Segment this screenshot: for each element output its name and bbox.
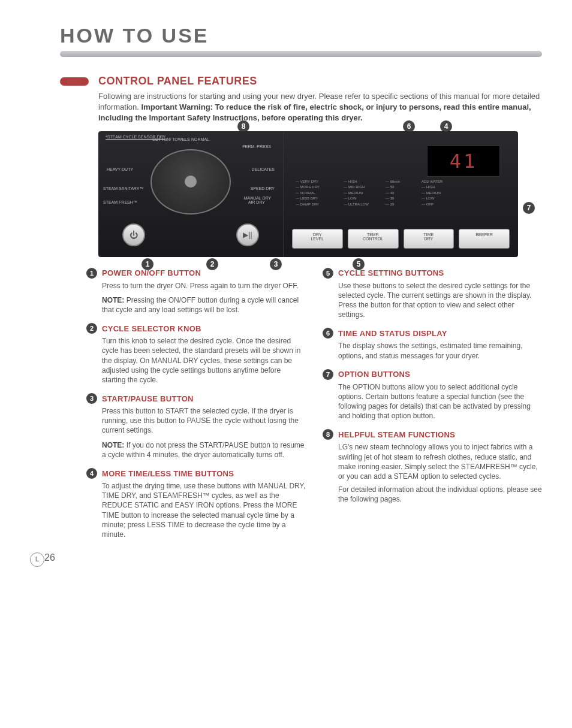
fnum-7: 7 — [323, 369, 333, 380]
dial-label-heavy: HEAVY DUTY — [107, 167, 133, 171]
callout-7: 7 — [523, 202, 535, 214]
fnum-1: 1 — [86, 268, 97, 279]
intro-warning: Important Warning: To reduce the risk of… — [98, 102, 531, 122]
callout-5: 5 — [353, 258, 365, 270]
feature-5: 5CYCLE SETTING BUTTONS Use these buttons… — [323, 268, 542, 320]
left-column: 1POWER ON/OFF BUTTON Press to turn the d… — [86, 268, 306, 548]
dial-label-sanitary: STEAM SANITARY™ — [103, 186, 143, 191]
opts-temp: — HIGH — MID HIGH — MEDIUM — LOW — ULTRA… — [344, 179, 369, 208]
callout-3: 3 — [270, 258, 282, 270]
feature-7: 7OPTION BUTTONS The OPTION buttons allow… — [323, 369, 542, 421]
dial-label-manual: MANUAL DRY — [243, 196, 271, 200]
feature-1: 1POWER ON/OFF BUTTON Press to turn the d… — [86, 268, 306, 315]
time-display: 41 — [427, 146, 500, 177]
ftext-4: To adjust the drying time, use these but… — [102, 481, 306, 539]
btn-beeper: BEEPER — [459, 229, 510, 249]
lg-logo-icon: L — [30, 552, 44, 567]
fnum-8: 8 — [323, 429, 333, 440]
callout-4: 4 — [440, 120, 452, 132]
fnum-2: 2 — [86, 323, 97, 334]
callout-2: 2 — [206, 258, 218, 270]
panel-image: *STEAM CYCLE SENSOR DRY COTTON/ TOWELS N… — [98, 131, 518, 257]
power-button-icon: ⏻ — [122, 223, 145, 246]
title-underline — [60, 51, 542, 57]
dial-label-cotton: COTTON/ TOWELS — [152, 137, 190, 141]
fnum-3: 3 — [86, 393, 97, 404]
ftext-5: Use these buttons to select the desired … — [338, 281, 542, 320]
callout-1: 1 — [142, 258, 153, 270]
fnote-3: NOTE: If you do not press the START/PAUS… — [102, 440, 306, 460]
section-header: CONTROL PANEL FEATURES — [30, 75, 542, 87]
ftitle-3: START/PAUSE BUTTON — [102, 394, 194, 403]
dial-label-normal: NORMAL — [191, 137, 209, 141]
btn-dry-level: DRY LEVEL — [292, 229, 343, 249]
feature-3: 3START/PAUSE BUTTON Press this button to… — [86, 393, 306, 460]
setting-buttons: DRY LEVEL TEMP. CONTROL TIME DRY BEEPER — [292, 229, 510, 249]
dial-label-speed: SPEED DRY — [251, 186, 275, 191]
start-pause-icon: ▶|| — [236, 223, 259, 246]
dial-label-delicates: DELICATES — [252, 167, 275, 171]
callout-8: 8 — [237, 120, 249, 132]
opts-time: — 60min — 50 — 40 — 30 — 20 — [386, 179, 400, 208]
cycle-dial — [150, 149, 231, 215]
page-number: 26 — [44, 552, 55, 563]
features-columns: 1POWER ON/OFF BUTTON Press to turn the d… — [86, 268, 542, 548]
feature-4: 4MORE TIME/LESS TIME BUTTONS To adjust t… — [86, 468, 306, 539]
ftext-1: Press to turn the dryer ON. Press again … — [102, 281, 306, 291]
ftitle-4: MORE TIME/LESS TIME BUTTONS — [102, 469, 234, 478]
feature-6: 6TIME AND STATUS DISPLAY The display sho… — [323, 328, 542, 360]
intro-paragraph: Following are instructions for starting … — [98, 91, 542, 124]
fnum-5: 5 — [323, 268, 333, 279]
dial-label-air: AIR DRY — [248, 200, 265, 204]
callout-6: 6 — [403, 120, 415, 132]
ftext-7: The OPTION buttons allow you to select a… — [338, 382, 542, 421]
section-pill — [60, 77, 89, 86]
opts-dry-level: — VERY DRY — MORE DRY — NORMAL — LESS DR… — [296, 179, 320, 208]
ftext-2: Turn this knob to select the desired cyc… — [102, 336, 306, 385]
fnote-1: NOTE: Pressing the ON/OFF button during … — [102, 295, 306, 315]
ftitle-7: OPTION BUTTONS — [338, 370, 410, 379]
fnum-4: 4 — [86, 468, 97, 479]
opts-beeper: ADD WATER — HIGH — MEDIUM — LOW — OFF — [422, 179, 442, 208]
feature-2: 2CYCLE SELECTOR KNOB Turn this knob to s… — [86, 323, 306, 385]
right-column: 5CYCLE SETTING BUTTONS Use these buttons… — [323, 268, 542, 548]
btn-time-dry: TIME DRY — [404, 229, 454, 249]
btn-temp: TEMP. CONTROL — [348, 229, 399, 249]
fnote-1-text: Pressing the ON/OFF button during a cycl… — [102, 296, 299, 314]
feature-8: 8HELPFUL STEAM FUNCTIONS LG's new steam … — [323, 429, 542, 504]
ftitle-5: CYCLE SETTING BUTTONS — [338, 268, 444, 277]
ftext-6: The display shows the settings, estimate… — [338, 341, 542, 360]
ftitle-1: POWER ON/OFF BUTTON — [102, 268, 201, 277]
dial-label-perm: PERM. PRESS — [242, 144, 271, 149]
fnote-3-text: If you do not press the START/PAUSE butt… — [102, 441, 305, 459]
ftitle-2: CYCLE SELECTOR KNOB — [102, 324, 201, 333]
dial-label-fresh: STEAM FRESH™ — [103, 200, 137, 204]
ftitle-6: TIME AND STATUS DISPLAY — [338, 329, 447, 338]
fnum-6: 6 — [323, 328, 333, 339]
panel-right: 41 — VERY DRY — MORE DRY — NORMAL — LESS… — [284, 131, 518, 257]
ftext-8: LG's new steam technology allows you to … — [338, 442, 542, 481]
section-title: CONTROL PANEL FEATURES — [98, 75, 257, 87]
panel-left: *STEAM CYCLE SENSOR DRY COTTON/ TOWELS N… — [98, 131, 284, 257]
page-title: HOW TO USE — [60, 24, 542, 47]
control-panel-figure: 8 6 4 *STEAM CYCLE SENSOR DRY COTTON/ TO… — [98, 131, 518, 257]
ftext-3: Press this button to START the selected … — [102, 406, 306, 436]
page-footer: L 26 — [30, 552, 542, 570]
fextra-8: For detailed information about the indiv… — [338, 485, 542, 504]
ftitle-8: HELPFUL STEAM FUNCTIONS — [338, 430, 455, 439]
